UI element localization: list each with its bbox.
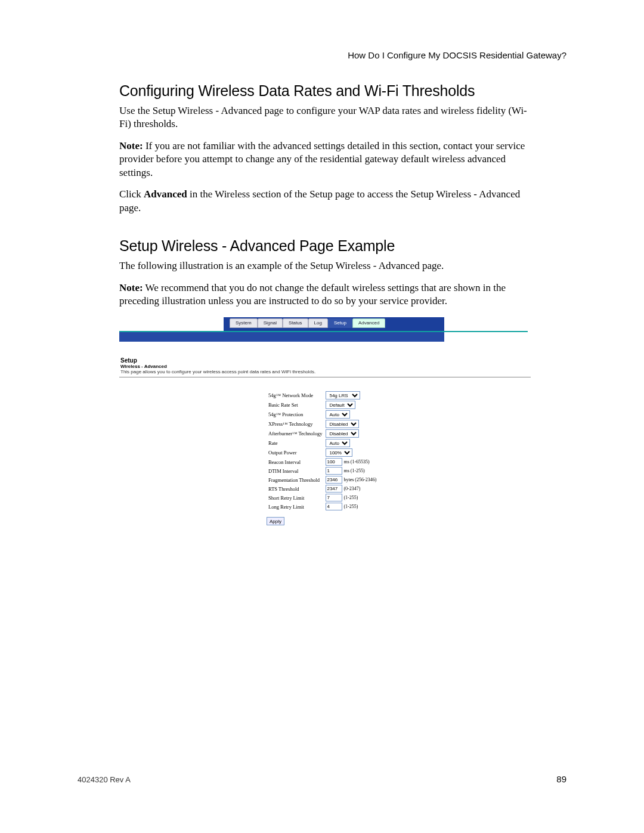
section-2-paragraph-1: The following illustration is an example… [119,259,531,272]
ui-row-label: Output Power [267,448,324,457]
ui-input[interactable] [326,467,342,475]
ui-row-label: Beacon Interval [267,457,324,466]
ui-tab-system[interactable]: System [230,318,258,328]
ui-form-row: Afterburner™ TechnologyDisabled [267,429,378,438]
router-ui-illustration: SystemSignalStatusLogSetupAdvanced Setup… [119,317,531,525]
ui-input-hint: (0-2347) [342,486,360,491]
footer-left: 4024320 Rev A [78,775,131,784]
ui-input[interactable] [326,458,342,466]
ui-form-table: 54g™ Network Mode54g LRSBasic Rate SetDe… [267,391,378,511]
ui-input-hint: (1-255) [342,504,358,509]
section-1-paragraph-1: Use the Setup Wireless - Advanced page t… [119,104,531,131]
ui-bluebar [119,332,444,342]
ui-form-row: RateAuto [267,438,378,448]
section-2-note: Note: We recommend that you do not chang… [119,281,531,308]
ui-row-label: Afterburner™ Technology [267,429,324,438]
ui-form-row: Basic Rate SetDefault [267,400,378,410]
ui-form-row: 54g™ Network Mode54g LRS [267,391,378,400]
ui-input-hint: ms (1-65535) [342,459,369,465]
ui-form-row: Long Retry Limit (1-255) [267,502,378,511]
ui-row-label: Long Retry Limit [267,502,324,511]
ui-form-row: 54g™ ProtectionAuto [267,410,378,419]
footer-right: 89 [556,774,566,784]
ui-page-heading: Setup [120,357,531,364]
ui-page-desc: This page allows you to configure your w… [120,369,531,374]
ui-form-row: XPress™ TechnologyDisabled [267,419,378,429]
ui-tab-advanced[interactable]: Advanced [352,318,386,328]
ui-input[interactable] [326,503,342,510]
running-header: How Do I Configure My DOCSIS Residential… [348,50,566,60]
ui-row-label: Short Retry Limit [267,493,324,502]
note-label: Note: [119,140,143,151]
ui-row-label: DTIM Interval [267,466,324,475]
apply-button[interactable]: Apply [267,517,284,525]
ui-row-control: 54g LRS [324,391,378,400]
ui-select[interactable]: 54g LRS [326,391,360,400]
ui-row-control: Default [324,400,378,410]
ui-select[interactable]: Auto [326,410,350,419]
section-1-paragraph-3: Click Advanced in the Wireless section o… [119,188,531,215]
ui-form-row: Beacon Interval ms (1-65535) [267,457,378,466]
note-body-2: We recommend that you do not change the … [119,282,506,306]
ui-input[interactable] [326,485,342,493]
ui-row-control: 100% [324,448,378,457]
ui-row-label: Rate [267,438,324,448]
ui-row-control: ms (1-255) [324,466,378,475]
ui-row-label: 54g™ Protection [267,410,324,419]
page-content: Configuring Wireless Data Rates and Wi-F… [119,82,531,525]
ui-form: 54g™ Network Mode54g LRSBasic Rate SetDe… [267,391,531,525]
ui-form-row: Short Retry Limit (1-255) [267,493,378,502]
note-body: If you are not familiar with the advance… [119,140,525,178]
ui-tabs: SystemSignalStatusLogSetupAdvanced [230,318,385,328]
teal-stripe [119,331,528,332]
ui-select[interactable]: Default [326,401,355,409]
ui-page-title-block: Setup Wireless - Advanced This page allo… [120,357,531,374]
ui-form-row: Fragmentation Threshold bytes (256-2346) [267,475,378,484]
ui-row-label: 54g™ Network Mode [267,391,324,400]
ui-form-row: DTIM Interval ms (1-255) [267,466,378,475]
ui-row-label: XPress™ Technology [267,419,324,429]
ui-row-control: Disabled [324,429,378,438]
ui-input[interactable] [326,476,342,484]
ui-tab-signal[interactable]: Signal [258,318,283,328]
ui-select[interactable]: Auto [326,439,350,447]
ui-row-control: ms (1-65535) [324,457,378,466]
ui-input[interactable] [326,494,342,501]
ui-row-label: Fragmentation Threshold [267,475,324,484]
ui-select[interactable]: 100% [326,448,352,457]
ui-topbar: SystemSignalStatusLogSetupAdvanced [224,317,444,332]
note-label-2: Note: [119,282,143,293]
ui-form-row: RTS Threshold (0-2347) [267,484,378,493]
ui-row-control: (1-255) [324,493,378,502]
ui-select[interactable]: Disabled [326,420,359,428]
ui-row-control: Auto [324,410,378,419]
ui-tab-log[interactable]: Log [308,318,328,328]
ui-input-hint: bytes (256-2346) [342,477,376,482]
ui-row-control: Auto [324,438,378,448]
ui-tab-status[interactable]: Status [283,318,308,328]
p3-bold: Advanced [144,188,187,200]
ui-page-sub: Wireless - Advanced [120,364,531,369]
ui-row-label: Basic Rate Set [267,400,324,410]
ui-row-control: (0-2347) [324,484,378,493]
ui-row-label: RTS Threshold [267,484,324,493]
ui-input-hint: (1-255) [342,495,358,500]
ui-horizontal-rule [119,377,531,377]
section-1-note: Note: If you are not familiar with the a… [119,140,531,179]
section-2-title: Setup Wireless - Advanced Page Example [119,237,531,255]
ui-select[interactable]: Disabled [326,429,359,438]
ui-form-row: Output Power100% [267,448,378,457]
section-1-title: Configuring Wireless Data Rates and Wi-F… [119,82,531,100]
ui-row-control: (1-255) [324,502,378,511]
ui-row-control: Disabled [324,419,378,429]
p3-part-a: Click [119,188,144,200]
ui-input-hint: ms (1-255) [342,468,364,473]
ui-row-control: bytes (256-2346) [324,475,378,484]
ui-tab-setup[interactable]: Setup [328,318,352,328]
